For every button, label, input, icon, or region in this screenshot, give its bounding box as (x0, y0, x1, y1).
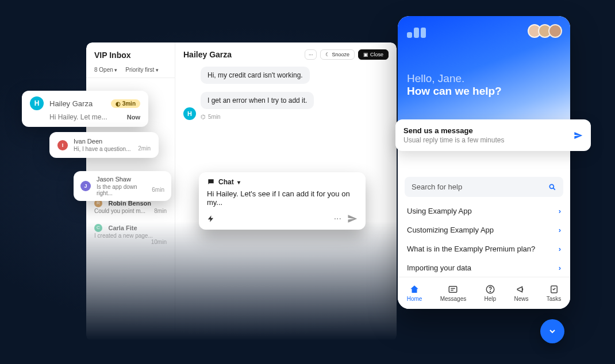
help-article[interactable]: Importing your data› (405, 258, 563, 277)
card-time: Now (127, 114, 140, 121)
contact-avatar: H (183, 107, 196, 120)
messages-icon (448, 284, 458, 295)
send-icon[interactable] (347, 214, 358, 224)
avatar-initial: H (30, 96, 44, 110)
svg-point-6 (490, 291, 490, 292)
card-snippet: Hi, I have a question... (74, 146, 131, 152)
help-article[interactable]: Customizing Examply App› (405, 220, 563, 239)
moon-icon: ☾ (325, 52, 330, 57)
card-time: 6min (146, 187, 164, 193)
svg-rect-2 (449, 286, 458, 293)
chevron-right-icon: › (559, 264, 561, 272)
inbox-title: VIP Inbox (86, 42, 175, 63)
inbox-filters: 8 Open Priority first (86, 63, 175, 78)
avatar-initial: J (80, 181, 91, 191)
conversation-card[interactable]: J Jason Shaw Is the app down right... 6m… (74, 171, 171, 201)
help-search[interactable]: Search for help (405, 177, 563, 197)
inbox-item-time: 8min (154, 208, 167, 214)
chevron-right-icon: › (559, 226, 561, 234)
tab-home[interactable]: Home (407, 284, 422, 302)
card-snippet: Is the app down right... (97, 184, 146, 196)
inbox-item-snippet: Could you point m... (94, 208, 145, 214)
chevron-right-icon: › (559, 245, 561, 253)
svg-line-1 (553, 188, 555, 189)
messenger-launcher[interactable] (540, 319, 564, 343)
prompt-text: How can we help? (407, 85, 561, 98)
tab-help[interactable]: Help (485, 284, 497, 302)
more-button[interactable]: ··· (305, 49, 317, 60)
inbox-item[interactable]: C Carla Fite I created a new page...10mi… (86, 218, 175, 242)
composer-text[interactable]: Hi Hailey. Let's see if I can add it for… (207, 189, 358, 207)
conversation-card[interactable]: H Hailey Garza 3min Hi Hailey. Let me...… (22, 91, 148, 127)
app-stage: VIP Inbox 8 Open Priority first R Robin … (0, 0, 615, 364)
help-article[interactable]: Using Examply App› (405, 202, 563, 220)
chat-icon (207, 178, 215, 186)
greeting-text: Hello, Jane. (407, 72, 561, 85)
send-message-cta[interactable]: Send us a message Usual reply time is a … (395, 119, 591, 151)
chevron-down-icon (548, 327, 557, 336)
chevron-down-icon[interactable]: ▾ (237, 179, 240, 185)
snooze-button[interactable]: ☾ Snooze (320, 49, 355, 60)
tab-news[interactable]: News (514, 284, 528, 302)
more-icon[interactable]: ··· (334, 214, 341, 224)
cta-subtitle: Usual reply time is a few minutes (403, 136, 504, 144)
card-name: Hailey Garza (49, 99, 93, 108)
cta-title: Send us a message (403, 126, 504, 135)
conversation-card[interactable]: I Ivan Deen Hi, I have a question... 2mi… (49, 132, 159, 158)
card-time: 2min (132, 145, 151, 152)
search-icon (548, 183, 556, 191)
message-bubble: I get an error when I try to add it. (201, 92, 314, 109)
team-avatars (531, 24, 562, 38)
reply-composer[interactable]: Chat ▾ Hi Hailey. Let's see if I can add… (199, 172, 366, 230)
card-name: Jason Shaw (97, 176, 164, 183)
home-icon (409, 284, 420, 295)
help-icon (485, 284, 495, 295)
megaphone-icon (516, 284, 526, 295)
messenger-tabs: Home Messages Help News Tasks (398, 277, 570, 309)
tab-tasks[interactable]: Tasks (547, 284, 562, 302)
messenger-hero: Hello, Jane. How can we help? (398, 16, 570, 131)
messenger-widget: Hello, Jane. How can we help? Search for… (398, 16, 570, 309)
help-article[interactable]: What is in the Examply Premium plan?› (405, 239, 563, 258)
svg-point-0 (549, 184, 554, 188)
message-bubble: Hi, my credit card isn't working. (201, 67, 310, 84)
card-name: Ivan Deen (74, 138, 151, 145)
close-button[interactable]: ▣ Close (358, 49, 389, 60)
sla-pill: 3min (111, 99, 140, 108)
filter-open[interactable]: 8 Open (94, 67, 117, 73)
inbox-item-snippet: I created a new page... (94, 233, 153, 239)
seen-icon: ⌬ (201, 114, 206, 120)
tab-messages[interactable]: Messages (440, 284, 467, 302)
lightning-icon[interactable] (207, 215, 215, 223)
message-meta: ⌬ 5min (201, 114, 314, 120)
chevron-right-icon: › (559, 207, 561, 215)
archive-icon: ▣ (363, 52, 368, 57)
tasks-icon (549, 284, 559, 295)
card-snippet: Hi Hailey. Let me... (49, 113, 107, 121)
filter-sort[interactable]: Priority first (125, 67, 159, 73)
inbox-item-name: Carla Fite (108, 224, 137, 231)
channel-label: Chat (218, 178, 234, 186)
avatar-initial: C (94, 224, 102, 232)
messenger-body: Search for help Using Examply App› Custo… (405, 177, 563, 277)
search-placeholder: Search for help (412, 183, 462, 191)
avatar-initial: I (57, 140, 68, 150)
help-article-list: Using Examply App› Customizing Examply A… (405, 202, 563, 277)
avatar (548, 24, 562, 38)
send-icon (574, 131, 583, 140)
conversation-contact: Hailey Garza (183, 50, 232, 59)
inbox-item-time: 10min (151, 239, 167, 245)
